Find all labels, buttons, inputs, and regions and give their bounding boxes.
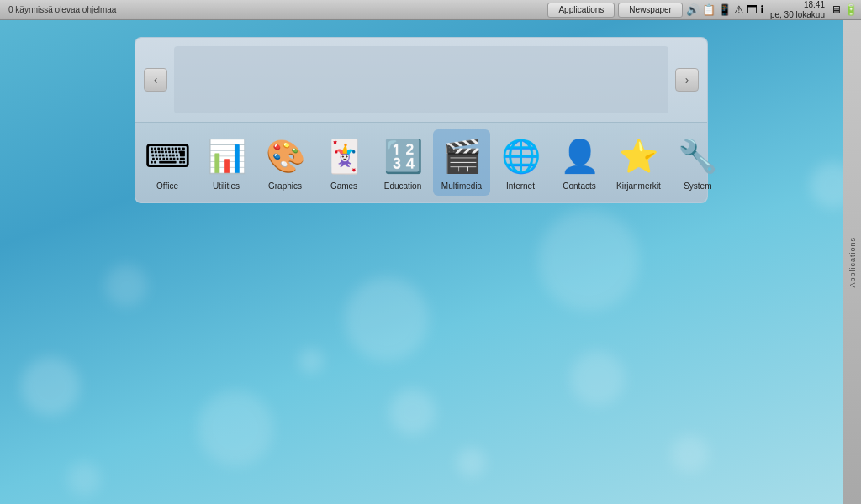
clock-date: pe, 30 lokakuu — [770, 10, 825, 20]
nav-prev-button[interactable]: ‹ — [144, 68, 167, 92]
office-icon: ⌨ — [145, 134, 189, 178]
window-icon[interactable]: 🗖 — [747, 3, 758, 16]
office-label: Office — [156, 181, 178, 191]
bokeh-circle — [298, 349, 324, 374]
multimedia-icon: 🎬 — [440, 134, 483, 178]
system-icon: 🔧 — [676, 134, 720, 178]
search-content — [174, 46, 668, 113]
contacts-label: Contacts — [563, 181, 595, 191]
category-item-bookmarks[interactable]: ⭐ Kirjanmerkit — [610, 129, 668, 196]
nav-next-button[interactable]: › — [675, 68, 699, 92]
bookmarks-label: Kirjanmerkit — [616, 181, 661, 191]
graphics-icon: 🎨 — [263, 134, 307, 178]
utilities-icon: 📊 — [204, 134, 248, 178]
category-bar: ⌨ Office 📊 Utilities 🎨 Graphics 🃏 Games … — [135, 122, 707, 202]
volume-icon[interactable]: 🔊 — [686, 3, 700, 16]
taskbar-left: 0 käynnissä olevaa ohjelmaa — [0, 3, 547, 16]
battery-icon[interactable]: 🔋 — [844, 3, 858, 16]
bokeh-circle — [389, 389, 436, 435]
internet-label: Internet — [506, 181, 535, 191]
bokeh-circle — [538, 210, 639, 311]
bokeh-circle — [457, 448, 486, 477]
search-area: ‹ › — [135, 38, 707, 122]
bokeh-circle — [570, 351, 625, 406]
bokeh-circle — [671, 435, 709, 473]
games-label: Games — [330, 181, 357, 191]
contacts-icon: 👤 — [557, 134, 601, 178]
bokeh-circle — [105, 265, 147, 307]
category-item-education[interactable]: 🔢 Education — [374, 129, 431, 196]
bokeh-circle — [67, 462, 101, 496]
category-item-multimedia[interactable]: 🎬 Multimedia — [433, 129, 490, 196]
taskbar-center: Applications Newspaper — [547, 3, 683, 18]
category-item-system[interactable]: 🔧 System — [669, 129, 726, 196]
alert-icon[interactable]: ⚠ — [734, 3, 744, 16]
side-panel[interactable]: Applications — [843, 20, 861, 504]
newspaper-button[interactable]: Newspaper — [618, 3, 683, 18]
monitor-icon[interactable]: 🖥 — [831, 3, 842, 16]
bokeh-circle — [21, 357, 80, 416]
bokeh-circle — [198, 391, 273, 466]
clock-time: 18:41 — [770, 0, 825, 10]
category-item-contacts[interactable]: 👤 Contacts — [551, 129, 608, 196]
category-item-utilities[interactable]: 📊 Utilities — [198, 129, 255, 196]
multimedia-label: Multimedia — [441, 181, 482, 191]
category-item-office[interactable]: ⌨ Office — [139, 129, 196, 196]
category-item-internet[interactable]: 🌐 Internet — [492, 129, 549, 196]
bokeh-circle — [345, 277, 429, 361]
side-panel-label: Applications — [848, 237, 857, 288]
education-icon: 🔢 — [381, 134, 425, 178]
taskbar-right: 🔊 📋 📱 ⚠ 🗖 ℹ 18:41 pe, 30 lokakuu 🖥 🔋 — [683, 0, 861, 20]
running-apps-label: 0 käynnissä olevaa ohjelmaa — [3, 3, 121, 16]
utilities-label: Utilities — [213, 181, 240, 191]
applications-button[interactable]: Applications — [547, 3, 615, 18]
taskbar: 0 käynnissä olevaa ohjelmaa Applications… — [0, 0, 861, 20]
clipboard-icon[interactable]: 📋 — [702, 3, 716, 16]
clock: 18:41 pe, 30 lokakuu — [767, 0, 828, 20]
phone-icon[interactable]: 📱 — [718, 3, 732, 16]
bookmarks-icon: ⭐ — [616, 134, 660, 178]
launcher-panel: ‹ › ⌨ Office 📊 Utilities 🎨 Graphics 🃏 Ga… — [135, 37, 708, 203]
graphics-label: Graphics — [268, 181, 302, 191]
category-item-graphics[interactable]: 🎨 Graphics — [256, 129, 314, 196]
education-label: Education — [384, 181, 421, 191]
info-icon[interactable]: ℹ — [760, 3, 764, 16]
system-label: System — [684, 181, 711, 191]
games-icon: 🃏 — [322, 134, 366, 178]
internet-icon: 🌐 — [499, 134, 542, 178]
desktop: 0 käynnissä olevaa ohjelmaa Applications… — [0, 0, 861, 504]
category-item-games[interactable]: 🃏 Games — [315, 129, 372, 196]
